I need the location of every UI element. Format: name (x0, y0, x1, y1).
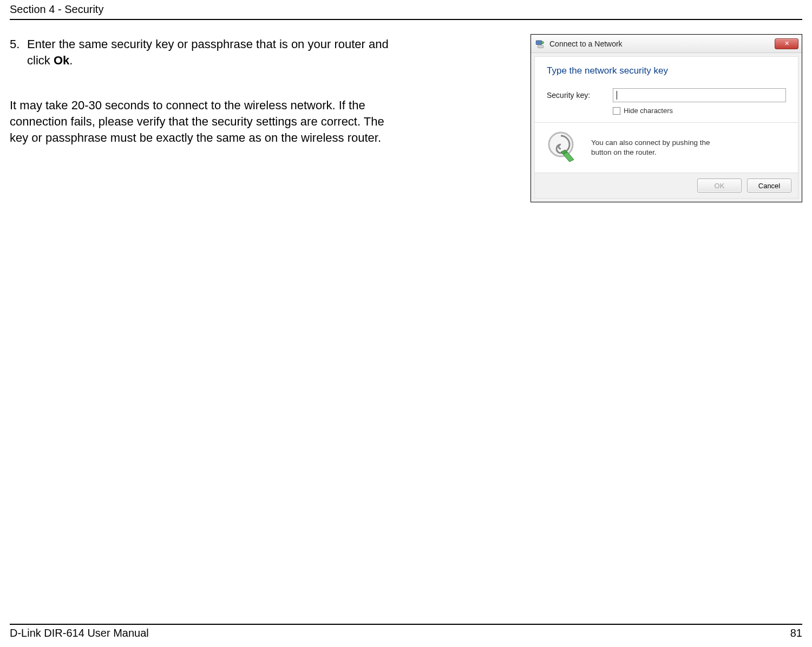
text-cursor (617, 91, 617, 100)
security-key-input[interactable] (613, 88, 786, 102)
section-title: Section 4 - Security (10, 3, 103, 16)
step-5: 5. Enter the same security key or passph… (10, 36, 405, 68)
svg-point-2 (541, 41, 544, 44)
close-icon: ✕ (784, 40, 789, 47)
step-text-post: . (69, 54, 73, 67)
manual-title: D-Link DIR-614 User Manual (10, 627, 149, 639)
wps-hint-line2: button on the router. (591, 148, 710, 157)
wps-hint: You can also connect by pushing the butt… (591, 138, 710, 157)
wps-hint-line1: You can also connect by pushing the (591, 138, 710, 148)
svg-rect-0 (536, 41, 542, 45)
dialog-titlebar: Connect to a Network ✕ (531, 35, 802, 53)
ok-button[interactable]: OK (697, 179, 742, 193)
footer-rule (10, 624, 802, 625)
step-text: Enter the same security key or passphras… (27, 36, 405, 68)
info-paragraph: It may take 20-30 seconds to connect to … (10, 97, 405, 146)
security-key-label: Security key: (547, 91, 613, 100)
svg-rect-1 (538, 45, 543, 48)
page-number: 81 (790, 627, 802, 639)
step-text-pre: Enter the same security key or passphras… (27, 37, 389, 67)
close-button[interactable]: ✕ (775, 38, 798, 49)
hide-characters-label: Hide characters (624, 107, 673, 115)
screenshot-dialog: Connect to a Network ✕ Type the network … (531, 34, 802, 202)
dialog-heading: Type the network security key (547, 65, 786, 76)
step-number: 5. (10, 36, 27, 68)
network-icon (534, 38, 545, 49)
wps-router-icon (547, 130, 581, 165)
dialog-divider (535, 122, 798, 123)
header-rule (10, 19, 802, 20)
step-text-bold: Ok (54, 54, 69, 67)
dialog-title: Connect to a Network (549, 39, 775, 48)
cancel-button[interactable]: Cancel (747, 179, 791, 193)
hide-characters-checkbox[interactable] (613, 107, 620, 115)
